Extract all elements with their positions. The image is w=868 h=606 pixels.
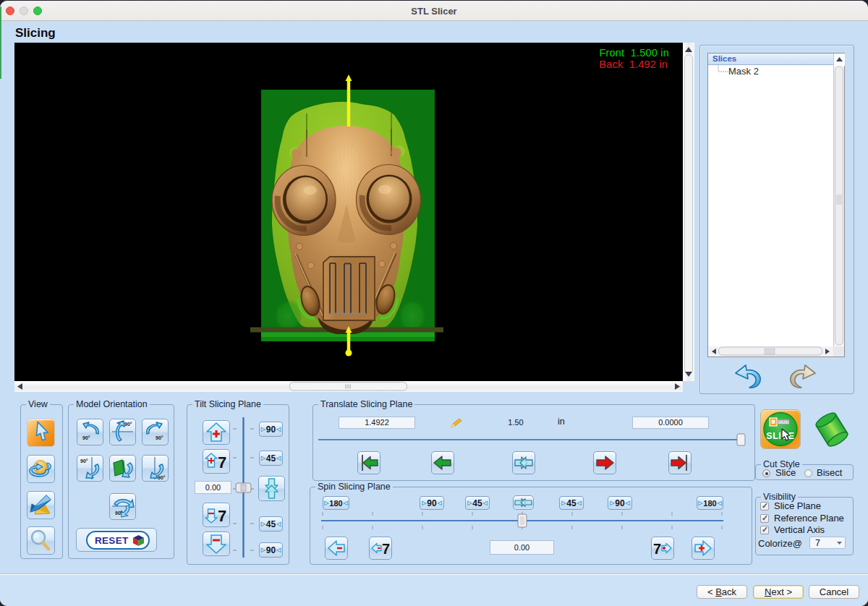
svg-text:90°: 90° [82, 435, 90, 440]
svg-text:90°: 90° [124, 422, 132, 427]
svg-text:90°: 90° [156, 435, 163, 440]
svg-text:90°: 90° [115, 511, 123, 516]
svg-text:7: 7 [218, 453, 226, 471]
svg-text:90°: 90° [158, 475, 166, 480]
svg-text:SLICE: SLICE [766, 431, 794, 441]
svg-text:90°: 90° [80, 458, 88, 464]
svg-text:7: 7 [218, 507, 226, 525]
svg-text:7: 7 [382, 541, 390, 557]
svg-text:7: 7 [653, 541, 661, 557]
